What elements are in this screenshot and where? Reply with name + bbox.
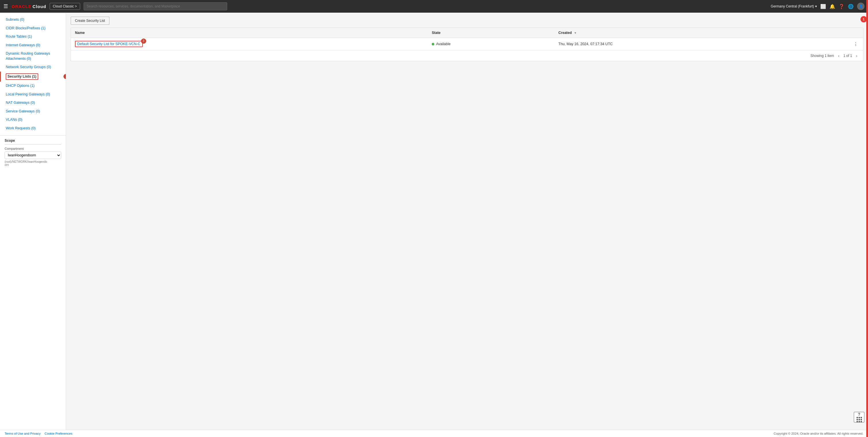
region-chevron-icon: ▾ xyxy=(815,4,817,8)
sidebar-item-service-gateways[interactable]: Service Gateways (0) xyxy=(0,107,66,116)
region-selector[interactable]: Germany Central (Frankfurt) ▾ xyxy=(771,4,817,8)
help-widget-dots xyxy=(857,417,862,423)
sidebar-item-label: Service Gateways (0) xyxy=(6,109,40,113)
sidebar-item-label: Internet Gateways (0) xyxy=(6,43,40,47)
main-content: Create Security List Name State Created xyxy=(66,13,868,430)
annotation-red-border xyxy=(866,0,868,437)
dot-3 xyxy=(861,417,862,418)
dot-6 xyxy=(861,419,862,420)
sidebar-item-label: Dynamic Routing Gateways Attachments (0) xyxy=(6,52,50,61)
sidebar-item-label: Network Security Groups (0) xyxy=(6,65,51,69)
footer: Terms of Use and Privacy Cookie Preferen… xyxy=(0,430,868,437)
prev-page-button[interactable]: ‹ xyxy=(836,53,841,59)
col-state-header: State xyxy=(428,28,554,38)
sidebar: Subnets (0) CIDR Blocks/Prefixes (1) Rou… xyxy=(0,13,66,430)
compartment-select[interactable]: IwanHoogendoorn xyxy=(5,151,61,159)
sidebar-item-dhcp-options[interactable]: DHCP Options (1) xyxy=(0,82,66,90)
dot-4 xyxy=(857,419,858,420)
table-row: Default Security List for SPOKE-VCN-C 3 … xyxy=(71,38,863,50)
sidebar-item-label: CIDR Blocks/Prefixes (1) xyxy=(6,26,45,30)
cell-state: Available xyxy=(428,38,554,50)
sidebar-item-subnets[interactable]: Subnets (0) xyxy=(0,16,66,24)
monitor-icon[interactable]: ⬜ xyxy=(820,4,826,9)
annotation-badge-3: 3 xyxy=(141,38,146,44)
dot-1 xyxy=(857,417,858,418)
table-header-row: Name State Created ▼ xyxy=(71,28,863,38)
sidebar-item-internet-gateways[interactable]: Internet Gateways (0) xyxy=(0,41,66,50)
sidebar-item-work-requests[interactable]: Work Requests (0) xyxy=(0,124,66,133)
main-layout: Subnets (0) CIDR Blocks/Prefixes (1) Rou… xyxy=(0,13,868,430)
annotation-badge-1-fixed: 1 xyxy=(861,16,867,23)
cell-name: Default Security List for SPOKE-VCN-C 3 xyxy=(71,38,428,50)
sidebar-item-local-peering[interactable]: Local Peering Gateways (0) xyxy=(0,90,66,99)
sidebar-item-nat-gateways[interactable]: NAT Gateways (0) xyxy=(0,98,66,107)
cell-actions: ⋮ xyxy=(848,38,863,50)
pagination: Showing 1 item ‹ 1 of 1 › xyxy=(71,50,863,61)
status-dot-icon xyxy=(432,43,434,46)
sidebar-item-label: Security Lists (1) xyxy=(7,75,36,79)
navbar: ☰ ORACLE Cloud Cloud Classic > Germany C… xyxy=(0,0,868,13)
region-label: Germany Central (Frankfurt) xyxy=(771,4,814,8)
sidebar-item-label: VLANs (0) xyxy=(6,118,22,122)
sidebar-item-route-tables[interactable]: Route Tables (1) xyxy=(0,32,66,41)
dot-7 xyxy=(857,421,858,423)
col-name-header: Name xyxy=(71,28,428,38)
sidebar-item-label: Subnets (0) xyxy=(6,18,24,22)
compartment-label: Compartment xyxy=(5,147,61,150)
security-lists-table-container: Name State Created ▼ xyxy=(71,28,863,61)
cloud-text: Cloud xyxy=(32,4,46,9)
sidebar-item-label: NAT Gateways (0) xyxy=(6,100,35,105)
sidebar-item-cidr[interactable]: CIDR Blocks/Prefixes (1) xyxy=(0,24,66,33)
globe-icon[interactable]: 🌐 xyxy=(848,4,854,9)
security-list-link[interactable]: Default Security List for SPOKE-VCN-C xyxy=(77,42,141,46)
scope-section: Scope Compartment IwanHoogendoorn (root)… xyxy=(0,136,66,169)
hamburger-menu-icon[interactable]: ☰ xyxy=(3,3,8,9)
col-actions-header xyxy=(848,28,863,38)
dot-2 xyxy=(859,417,860,418)
oracle-logo: ORACLE Cloud xyxy=(11,4,46,9)
scope-title: Scope xyxy=(5,139,61,143)
navbar-right: Germany Central (Frankfurt) ▾ ⬜ 🔔 ❓ 🌐 👤 xyxy=(771,3,865,10)
search-input[interactable] xyxy=(84,2,227,10)
sort-icon: ▼ xyxy=(574,31,577,34)
cell-created: Thu, May 16, 2024, 07:17:34 UTC xyxy=(554,38,848,50)
col-created-header[interactable]: Created ▼ xyxy=(554,28,848,38)
sidebar-item-security-lists[interactable]: Security Lists (1) 2 xyxy=(0,71,66,82)
security-lists-table: Name State Created ▼ xyxy=(71,28,863,50)
dot-5 xyxy=(859,419,860,420)
status-label: Available xyxy=(436,42,451,46)
sidebar-item-network-security-groups[interactable]: Network Security Groups (0) xyxy=(0,63,66,71)
sidebar-item-label: DHCP Options (1) xyxy=(6,84,35,88)
sidebar-item-vlans[interactable]: VLANs (0) xyxy=(0,116,66,124)
compartment-path: (root)/NETWORK/IwanHoogendo orn xyxy=(5,160,61,167)
sidebar-item-dynamic-routing[interactable]: Dynamic Routing Gateways Attachments (0) xyxy=(0,50,66,63)
avatar[interactable]: 👤 xyxy=(857,3,865,10)
scope-divider xyxy=(5,144,61,145)
cloud-classic-button[interactable]: Cloud Classic > xyxy=(50,3,80,10)
status-available: Available xyxy=(432,42,550,46)
page-info: 1 of 1 xyxy=(843,54,852,58)
help-question-mark: ? xyxy=(858,412,861,416)
help-widget[interactable]: ? xyxy=(854,412,865,423)
sidebar-item-label: Local Peering Gateways (0) xyxy=(6,92,50,96)
copyright-text: Copyright © 2024, Oracle and/or its affi… xyxy=(774,432,863,435)
row-context-menu-button[interactable]: ⋮ xyxy=(852,41,859,47)
cookie-link[interactable]: Cookie Preferences xyxy=(44,432,72,435)
bell-icon[interactable]: 🔔 xyxy=(830,4,835,9)
footer-links: Terms of Use and Privacy Cookie Preferen… xyxy=(5,432,72,435)
security-lists-annotation: Security Lists (1) xyxy=(6,73,38,80)
next-page-button[interactable]: › xyxy=(854,53,859,59)
sidebar-item-label: Work Requests (0) xyxy=(6,126,36,130)
create-security-list-button[interactable]: Create Security List xyxy=(71,17,110,25)
sidebar-item-label: Route Tables (1) xyxy=(6,34,32,38)
dot-9 xyxy=(861,421,862,423)
annotation-badge-2: 2 xyxy=(63,74,66,79)
toolbar: Create Security List xyxy=(71,17,863,25)
dot-8 xyxy=(859,421,860,423)
terms-link[interactable]: Terms of Use and Privacy xyxy=(5,432,40,435)
help-icon[interactable]: ❓ xyxy=(839,4,844,9)
showing-label: Showing 1 item xyxy=(811,54,834,58)
oracle-text: ORACLE xyxy=(11,4,31,9)
